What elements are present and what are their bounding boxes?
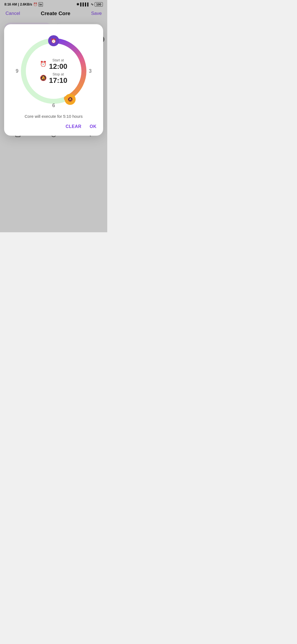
clock-9-label: 9 xyxy=(16,68,18,74)
time-picker-modal: 12 3 6 9 ⏰ 🔕 ⏰ Start at 12:00 xyxy=(4,24,103,136)
stop-label: Stop at xyxy=(53,72,64,76)
clock-center-info: ⏰ Start at 12:00 🔕 Stop at 17:10 xyxy=(40,56,67,85)
clear-button[interactable]: CLEAR xyxy=(65,124,81,129)
stop-time-row: 🔕 Stop at 17:10 xyxy=(40,72,67,84)
modal-overlay: 12 3 6 9 ⏰ 🔕 ⏰ Start at 12:00 xyxy=(0,0,107,232)
clock-container[interactable]: 12 3 6 9 ⏰ 🔕 ⏰ Start at 12:00 xyxy=(15,32,92,110)
start-alarm-icon: ⏰ xyxy=(51,38,56,43)
execute-text: Core will execute for 5:10 hours xyxy=(11,114,97,119)
stop-icon: 🔕 xyxy=(40,75,47,81)
clock-3-label: 3 xyxy=(89,68,92,74)
start-time-value: 12:00 xyxy=(49,62,67,70)
stop-time-value: 17:10 xyxy=(49,77,67,84)
start-time-row: ⏰ Start at 12:00 xyxy=(40,58,67,70)
stop-time-block: Stop at 17:10 xyxy=(49,72,67,84)
start-label: Start at xyxy=(53,58,64,62)
ok-button[interactable]: OK xyxy=(90,124,97,129)
clock-6-label: 6 xyxy=(52,103,55,108)
stop-alarm-icon: 🔕 xyxy=(68,97,73,102)
start-icon: ⏰ xyxy=(40,61,47,67)
start-time-block: Start at 12:00 xyxy=(49,58,67,70)
start-thumb[interactable]: ⏰ xyxy=(48,35,59,46)
stop-thumb[interactable]: 🔕 xyxy=(65,94,76,105)
dialog-buttons: CLEAR OK xyxy=(11,124,97,129)
